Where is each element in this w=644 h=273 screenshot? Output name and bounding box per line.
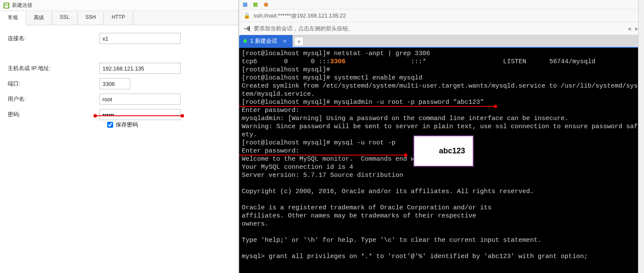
- connection-dialog: 新建连接 常规 高级 SSL SSH HTTP 连接名: 主机名或 IP 地址:…: [0, 0, 239, 273]
- hint-bar: 要添加当前会话，点击左侧的箭头按钮。 ◄ ►: [239, 22, 644, 35]
- annotation-line-1: [239, 106, 495, 107]
- add-tab-button[interactable]: +: [294, 37, 304, 46]
- conn-name-input[interactable]: [100, 33, 181, 44]
- dialog-titlebar: 新建连接: [0, 0, 238, 11]
- terminal-line: [root@localhost mysql]# netstat -anpt | …: [242, 50, 641, 58]
- host-input[interactable]: [100, 63, 181, 74]
- conn-name-label: 连接名:: [8, 35, 100, 42]
- terminal-line: Oracle is a registered trademark of Orac…: [242, 204, 641, 212]
- dialog-title: 新建连接: [12, 2, 32, 9]
- toolbar-icon[interactable]: [263, 2, 269, 8]
- annotation-line-2: [239, 155, 406, 156]
- terminal-line: mysql> grant all privileges on *.* to 'r…: [242, 252, 641, 261]
- tab-ssl[interactable]: SSL: [52, 11, 78, 25]
- terminal-line: [242, 228, 641, 236]
- terminal-line: tem/mysqld.service.: [242, 90, 641, 98]
- terminal-line: [242, 244, 641, 252]
- toolbar-icon[interactable]: [243, 2, 249, 8]
- session-tab-active[interactable]: 1 新建会话 ×: [239, 35, 293, 47]
- terminal-line: [242, 196, 641, 204]
- terminal-line: mysqladmin: [Warning] Using a password o…: [242, 114, 641, 123]
- terminal-panel: 🔒 ssh://root:******@192.168.121.135:22 要…: [239, 0, 644, 273]
- session-url: ssh://root:******@192.168.121.135:22: [254, 12, 346, 19]
- session-tab-label: 1 新建会话: [250, 37, 277, 45]
- annotation-hint-box: abc123: [413, 135, 474, 167]
- svg-rect-1: [253, 3, 258, 7]
- tab-ssh[interactable]: SSH: [78, 11, 104, 25]
- terminal-line: [root@localhost mysql]#: [242, 66, 641, 74]
- port-label: 端口:: [8, 80, 100, 88]
- annotation-line-left: [95, 115, 182, 116]
- terminal-line: owners.: [242, 220, 641, 228]
- tab-http[interactable]: HTTP: [104, 11, 133, 25]
- lock-icon: 🔒: [243, 12, 250, 19]
- terminal-line: Server version: 5.7.17 Source distributi…: [242, 171, 641, 179]
- tab-prev-icon[interactable]: ◄: [626, 25, 632, 32]
- save-password-label: 保存密码: [116, 121, 138, 129]
- hint-text: 要添加当前会话，点击左侧的箭头按钮。: [254, 25, 354, 32]
- svg-point-2: [264, 3, 268, 7]
- pass-label: 密码:: [8, 111, 100, 118]
- database-icon: [3, 3, 9, 9]
- user-input[interactable]: [100, 94, 181, 105]
- tab-general[interactable]: 常规: [0, 11, 26, 25]
- terminal-toolbar: [239, 0, 644, 9]
- svg-rect-3: [249, 26, 250, 31]
- terminal-line: Copyright (c) 2000, 2016, Oracle and/or …: [242, 188, 641, 196]
- close-icon[interactable]: ×: [283, 38, 287, 44]
- add-session-icon[interactable]: [243, 26, 250, 32]
- terminal-line: [root@localhost mysql]# systemctl enable…: [242, 74, 641, 82]
- session-tabstrip: 1 新建会话 × +: [239, 35, 644, 48]
- port-input[interactable]: [100, 78, 130, 89]
- terminal-line: Type 'help;' or '\h' for help. Type '\c'…: [242, 236, 641, 244]
- save-password-checkbox[interactable]: [107, 122, 113, 128]
- host-label: 主机名或 IP 地址:: [8, 65, 100, 72]
- svg-rect-0: [243, 3, 247, 7]
- terminal-line: affiliates. Other names may be trademark…: [242, 212, 641, 220]
- terminal-line: Warning: Since password will be sent to …: [242, 123, 641, 131]
- terminal-output[interactable]: [root@localhost mysql]# netstat -anpt | …: [239, 48, 644, 273]
- toolbar-icon[interactable]: [253, 2, 259, 8]
- pass-input[interactable]: [100, 109, 181, 120]
- terminal-line: [242, 179, 641, 188]
- terminal-line: tcp6 0 0 :::3306 :::* LISTEN 56744/mysql…: [242, 58, 641, 66]
- terminal-line: Created symlink from /etc/systemd/system…: [242, 82, 641, 90]
- terminal-line: Enter password:: [242, 106, 641, 114]
- user-label: 用户名:: [8, 95, 100, 103]
- url-bar: 🔒 ssh://root:******@192.168.121.135:22: [239, 9, 644, 22]
- terminal-line: [root@localhost mysql]# mysqladmin -u ro…: [242, 98, 641, 106]
- dialog-tabs: 常规 高级 SSL SSH HTTP: [0, 11, 238, 25]
- tab-advanced[interactable]: 高级: [26, 11, 52, 25]
- status-dot-icon: [243, 39, 247, 43]
- vertical-scrollbar[interactable]: [638, 0, 644, 273]
